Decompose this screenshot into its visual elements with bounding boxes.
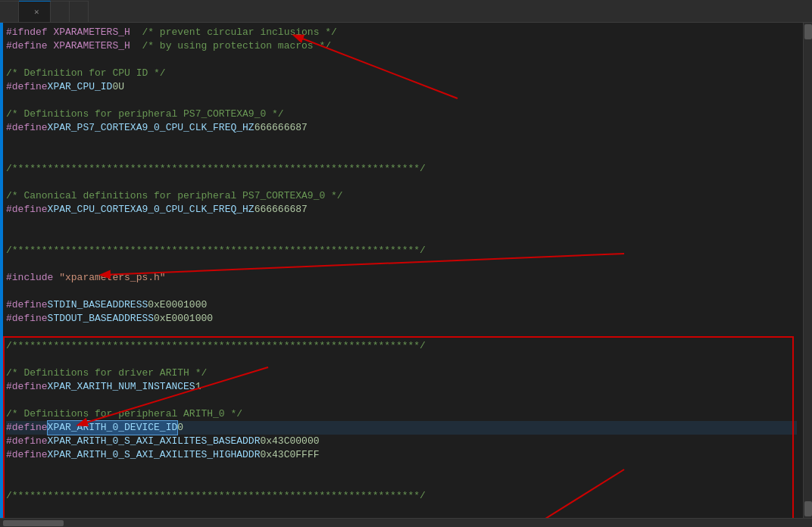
table-row: /***************************************… xyxy=(6,489,797,503)
table-row: #define XPAR_XARITH_NUM_INSTANCES 1 xyxy=(6,380,797,394)
tab-helloworld[interactable] xyxy=(0,1,19,22)
editor-container: #ifndef XPARAMETERS_H /* prevent circula… xyxy=(0,23,812,518)
table-row xyxy=(6,53,797,67)
table-row xyxy=(6,503,797,516)
tab-xparameters-close[interactable]: ✕ xyxy=(33,6,41,17)
table-row: /* Definitions for driver ARITH */ xyxy=(6,366,797,380)
table-row: #define XPAR_ARITH_0_DEVICE_ID 0 xyxy=(6,421,797,435)
scrollbar[interactable] xyxy=(803,23,812,518)
table-row: #define XPAR_PS7_CORTEXA9_0_CPU_CLK_FREQ… xyxy=(6,121,797,135)
table-row xyxy=(6,285,797,298)
table-row: #define STDIN_BASEADDRESS 0xE0001000 xyxy=(6,298,797,312)
table-row xyxy=(6,257,797,271)
table-row xyxy=(6,462,797,476)
table-row: #define XPAR_ARITH_0_S_AXI_AXILITES_BASE… xyxy=(6,435,797,448)
table-row: /* Definitions for peripheral PS7_CORTEX… xyxy=(6,108,797,121)
table-row: #define XPARAMETERS_H /* by using protec… xyxy=(6,39,797,53)
table-row: #include "xparameters_ps.h" xyxy=(6,271,797,285)
table-row: #define XPAR_CPU_CORTEXA9_0_CPU_CLK_FREQ… xyxy=(6,203,797,217)
table-row: /***************************************… xyxy=(6,339,797,353)
table-row: /* Canonical definitions for peripheral … xyxy=(6,189,797,203)
table-row xyxy=(6,135,797,148)
table-row xyxy=(6,394,797,407)
table-row: #define XPAR_CPU_ID 0U xyxy=(6,80,797,94)
table-row xyxy=(6,217,797,230)
table-row: /* Canonical definitions for peripheral … xyxy=(6,516,797,518)
table-row xyxy=(6,148,797,162)
table-row xyxy=(6,476,797,489)
table-row xyxy=(6,326,797,339)
scrollbar-thumb-down[interactable] xyxy=(804,501,812,516)
table-row: /* Definition for CPU ID */ xyxy=(6,67,797,80)
table-row: /***************************************… xyxy=(6,244,797,257)
tab-bar: ✕ xyxy=(0,0,812,23)
table-row: #ifndef XPARAMETERS_H /* prevent circula… xyxy=(6,26,797,39)
table-row xyxy=(6,353,797,366)
table-row xyxy=(6,230,797,244)
tab-xarith-h[interactable] xyxy=(51,1,70,22)
table-row xyxy=(6,176,797,189)
table-row: #define XPAR_ARITH_0_S_AXI_AXILITES_HIGH… xyxy=(6,448,797,462)
scrollbar-thumb-up[interactable] xyxy=(804,24,812,39)
hscrollbar-thumb[interactable] xyxy=(3,520,64,526)
tab-xparameters[interactable]: ✕ xyxy=(19,1,51,22)
tab-xarith-c[interactable] xyxy=(70,1,89,22)
code-area[interactable]: #ifndef XPARAMETERS_H /* prevent circula… xyxy=(3,23,803,518)
table-row: /* Definitions for peripheral ARITH_0 */ xyxy=(6,407,797,421)
hscrollbar[interactable] xyxy=(0,518,812,527)
table-row: /***************************************… xyxy=(6,162,797,176)
table-row: #define STDOUT_BASEADDRESS 0xE0001000 xyxy=(6,312,797,326)
table-row xyxy=(6,94,797,108)
